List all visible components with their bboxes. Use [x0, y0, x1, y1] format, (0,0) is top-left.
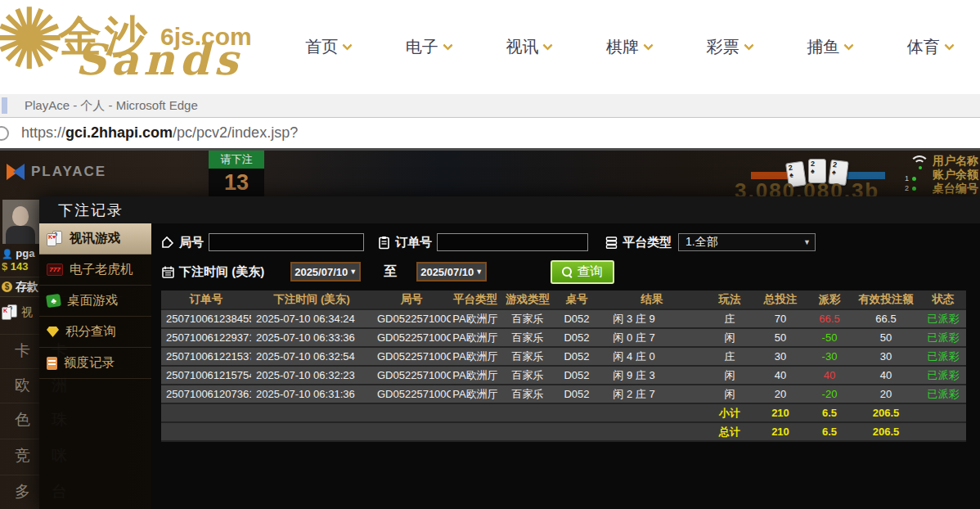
nav-item-home[interactable]: 首页 [278, 36, 379, 58]
modal-title: 下注记录 [39, 196, 980, 223]
sunburst-icon: ✺ [0, 0, 65, 82]
chevron-down-icon [744, 40, 754, 51]
search-button[interactable]: 查询 [551, 260, 614, 284]
sidebar-label: 额度记录 [64, 354, 115, 372]
main-nav: 首页 电子 视讯 棋牌 彩票 捕鱼 体育 [278, 0, 980, 94]
url-path: /pc/pcv2/index.jsp? [173, 124, 298, 141]
server-icon [605, 236, 618, 250]
nav-label: 捕鱼 [807, 36, 839, 58]
table-row: 250710061229371 2025-07-10 06:33:36 GD05… [161, 329, 966, 348]
total-row: 总计 210 6.5 206.5 [161, 423, 966, 442]
chevron-down-icon [843, 40, 854, 51]
money-icon: $ [2, 260, 7, 273]
col-result: 结果 [598, 292, 706, 307]
chevron-down-icon [443, 40, 453, 51]
sands-logo: ✺ 金沙 6js.com Sands [0, 2, 254, 92]
table-row: 250710061238455 2025-07-10 06:34:24 GD05… [161, 310, 966, 329]
cards-icon: 9K♥ [47, 231, 63, 247]
select-caret-icon: ▼ [803, 238, 811, 246]
nav-item-lottery[interactable]: 彩票 [679, 36, 780, 58]
site-icon [0, 126, 9, 141]
window-title: PlayAce - 个人 - Microsoft Edge [25, 98, 198, 114]
sidebar-label: 电子老虎机 [70, 261, 133, 278]
date-caret-icon: ▼ [349, 268, 357, 276]
seat-list: 1 2 [905, 173, 916, 193]
jackpot-amount: 3,080,080.3b [735, 178, 892, 196]
table-row: 250710061215754 2025-07-10 06:32:23 GD05… [161, 367, 966, 385]
clipboard-icon [377, 236, 391, 250]
modal-content: 局号 订单号 平台类型 1.全部 ▼ [151, 223, 980, 509]
date-from-picker[interactable]: 2025/07/10▼ [290, 262, 361, 282]
nav-label: 视讯 [506, 36, 538, 58]
col-payout: 派彩 [807, 292, 852, 307]
round-filter-label: 局号 [161, 235, 204, 250]
nav-item-slots[interactable]: 电子 [379, 36, 479, 58]
bet-record-table: 订单号 下注时间 (美东) 局号 平台类型 游戏类型 桌号 结果 玩法 总投注 … [161, 291, 966, 442]
search-icon [562, 267, 573, 277]
url-text[interactable]: https://gci.2hhapi.com/pc/pcv2/index.jsp… [21, 124, 298, 142]
bet-time-label: 下注时间 (美东) [161, 264, 264, 280]
to-label: 至 [384, 264, 397, 281]
logo-script: Sands [75, 34, 243, 84]
platform-selected-value: 1.全部 [686, 235, 718, 250]
col-round: 局号 [372, 292, 451, 307]
sidebar-item-quota[interactable]: 额度记录 [39, 348, 151, 379]
sidebar-label: 桌面游戏 [67, 292, 118, 309]
username-label: 用户名称 [933, 154, 980, 168]
col-table: 桌号 [555, 292, 598, 307]
nav-item-live[interactable]: 视讯 [479, 36, 579, 58]
col-platform: 平台类型 [451, 292, 500, 307]
playace-logo: PLAYACE [7, 162, 106, 182]
col-status: 状态 [920, 292, 966, 307]
sidebar-item-table-games[interactable]: ♣ 桌面游戏 [39, 286, 151, 317]
table-row: 250710061221537 2025-07-10 06:32:54 GD05… [161, 348, 966, 367]
modal-sidebar: 9K♥ 视讯游戏 777 电子老虎机 ♣ 桌面游戏 积分查询 额度记录 [39, 223, 151, 509]
person-icon: 👤 [2, 249, 13, 259]
bet-record-modal: 下注记录 9K♥ 视讯游戏 777 电子老虎机 ♣ 桌面游戏 积分查询 [39, 196, 980, 509]
col-order: 订单号 [161, 292, 251, 307]
nav-item-fishing[interactable]: 捕鱼 [780, 36, 880, 58]
search-button-label: 查询 [577, 264, 603, 281]
nav-label: 彩票 [707, 36, 739, 58]
nav-item-board[interactable]: 棋牌 [579, 36, 680, 58]
bet-timer: 请下注 13 [209, 151, 264, 196]
site-header: ✺ 金沙 6js.com Sands 首页 电子 视讯 棋牌 彩票 捕鱼 体育 [0, 0, 980, 94]
col-play: 玩法 [706, 292, 753, 307]
document-icon [47, 357, 57, 370]
date-to-picker[interactable]: 2025/07/10▼ [416, 262, 487, 282]
rail-username: 👤 pga [2, 247, 34, 259]
coin-icon: $ [2, 282, 12, 292]
sidebar-label: 积分查询 [65, 323, 116, 340]
bet-prompt: 请下注 [209, 151, 264, 169]
url-bar[interactable]: https://gci.2hhapi.com/pc/pcv2/index.jsp… [0, 118, 980, 151]
order-input[interactable] [437, 233, 588, 251]
rail-video-tab[interactable]: 9K 视 [2, 304, 33, 321]
avatar[interactable] [2, 200, 39, 244]
date-caret-icon: ▼ [475, 268, 483, 276]
account-info: 用户名称 账户余额 桌台编号 [933, 154, 980, 196]
diamond-icon [47, 327, 59, 337]
wifi-icon [910, 155, 933, 173]
sidebar-item-points[interactable]: 积分查询 [39, 317, 151, 348]
round-input[interactable] [209, 233, 364, 251]
chevron-down-icon [543, 40, 554, 51]
url-scheme: https:// [21, 124, 65, 141]
game-header: PLAYACE 请下注 13 2♠ 2♠ 2♠ 3,080,080.3b 1 2… [0, 151, 980, 196]
nav-item-sports[interactable]: 体育 [879, 36, 980, 58]
chevron-down-icon [944, 40, 955, 51]
cards-icon: 9K [2, 304, 18, 321]
sidebar-item-slots[interactable]: 777 电子老虎机 [39, 254, 151, 286]
platform-filter-label: 平台类型 [605, 235, 672, 250]
order-filter-label: 订单号 [377, 235, 432, 250]
url-host: gci.2hhapi.com [65, 124, 173, 141]
platform-select[interactable]: 1.全部 ▼ [678, 233, 816, 251]
table-header-row: 订单号 下注时间 (美东) 局号 平台类型 游戏类型 桌号 结果 玩法 总投注 … [161, 291, 966, 310]
col-game-type: 游戏类型 [500, 292, 555, 307]
balance-label: 账户余额 [933, 168, 980, 182]
tag-icon [161, 236, 175, 250]
col-valid-bet: 有效投注额 [852, 292, 920, 307]
table-row: 250710061207361 2025-07-10 06:31:36 GD05… [161, 385, 966, 404]
nav-label: 棋牌 [606, 36, 639, 58]
sidebar-item-live-games[interactable]: 9K♥ 视讯游戏 [39, 223, 151, 254]
nav-label: 体育 [907, 36, 940, 58]
